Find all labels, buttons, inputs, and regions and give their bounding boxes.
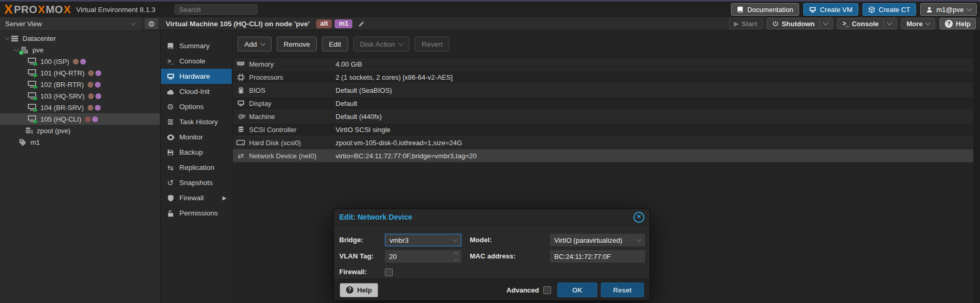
search-input[interactable] — [175, 4, 257, 15]
chevron-down-icon — [925, 20, 930, 26]
vlan-tag-label: VLAN Tag: — [339, 250, 373, 263]
bridge-label: Bridge: — [339, 234, 363, 246]
spinner-arrows[interactable] — [454, 253, 457, 261]
firewall-checkbox[interactable] — [385, 268, 393, 276]
resource-tree: Datacenter ✓ pve ▶ 100 (ISP) ▶ 101 (HQ-R… — [0, 31, 160, 303]
start-button[interactable]: ▶ Start — [729, 18, 762, 29]
tag-alt: alt — [316, 19, 332, 28]
vm-icon: ▶ — [27, 115, 37, 123]
menu-item-cloud-init[interactable]: Cloud-Init — [161, 84, 232, 99]
add-button[interactable]: Add — [238, 37, 272, 51]
tree-item-vm-102[interactable]: ▶ 102 (BR-RTR) — [0, 79, 160, 90]
tree-item-pve[interactable]: ✓ pve — [0, 44, 160, 56]
hardware-row-machine[interactable]: ⚙⚙ Machine Default (i440fx) — [233, 110, 973, 123]
vm-icon: ▶ — [27, 104, 37, 112]
chevron-down-icon[interactable] — [453, 237, 458, 242]
hardware-row-network-device[interactable]: ⇄ Network Device (net0) virtio=BC:24:11:… — [233, 149, 973, 163]
unlock-icon — [166, 210, 175, 217]
close-icon[interactable]: ✕ — [633, 212, 644, 223]
vm-menu: Summary >_ Console Hardware Cloud-Init ⚙… — [161, 31, 232, 303]
bridge-combobox[interactable]: vmbr3 — [385, 234, 461, 246]
product-version: Virtual Environment 8.1.3 — [76, 6, 155, 14]
menu-item-backup[interactable]: Backup — [161, 145, 232, 160]
tree-item-datacenter[interactable]: Datacenter — [0, 33, 160, 44]
cpu-icon — [236, 73, 245, 81]
vlan-tag-spinner[interactable]: 20 — [385, 250, 461, 263]
menu-item-options[interactable]: ⚙ Options — [161, 99, 232, 114]
menu-item-hardware[interactable]: Hardware — [161, 69, 232, 84]
expand-caret-icon[interactable] — [13, 49, 20, 51]
vm-icon: ▶ — [27, 69, 37, 77]
menu-item-monitor[interactable]: Monitor — [161, 129, 232, 145]
hardware-row-bios[interactable]: BIOS Default (SeaBIOS) — [233, 84, 973, 97]
dialog-header[interactable]: Edit: Network Device ✕ — [334, 209, 650, 225]
console-button[interactable]: >_ Console — [837, 18, 897, 29]
ok-button[interactable]: OK — [557, 283, 597, 297]
documentation-button[interactable]: Documentation — [731, 3, 799, 16]
dialog-help-button[interactable]: ? Help — [340, 283, 378, 297]
hardware-row-memory[interactable]: Memory 4.00 GiB — [233, 58, 973, 71]
menu-item-firewall[interactable]: Firewall ▶ — [161, 190, 232, 205]
online-check-icon: ✓ — [19, 50, 24, 55]
mac-address-field[interactable]: BC:24:11:72:77:0F — [550, 250, 645, 263]
tree-item-vm-103[interactable]: ▶ 103 (HQ-SRV) — [0, 90, 160, 102]
vm-icon: ▶ — [27, 58, 37, 66]
menu-item-permissions[interactable]: Permissions — [161, 205, 232, 221]
edit-tags-pencil-icon[interactable] — [358, 20, 365, 27]
tree-item-vm-105[interactable]: ▶ 105 (HQ-CLI) — [0, 113, 160, 125]
view-select[interactable]: Server View — [0, 17, 141, 30]
scrollbar-track[interactable] — [973, 31, 980, 303]
model-label: Model: — [470, 234, 492, 246]
running-play-icon: ▶ — [34, 95, 38, 101]
edit-button[interactable]: Edit — [322, 37, 348, 51]
remove-button[interactable]: Remove — [277, 37, 317, 51]
reset-button[interactable]: Reset — [601, 283, 644, 297]
revert-button[interactable]: Revert — [415, 37, 449, 51]
subbar: Server View ⚙ Virtual Machine 105 (HQ-CL… — [0, 17, 980, 30]
hardware-row-hard-disk[interactable]: Hard Disk (scsi0) zpool:vm-105-disk-0,io… — [233, 136, 973, 149]
tree-item-vm-101[interactable]: ▶ 101 (HQ-RTR) — [0, 67, 160, 79]
chevron-down-icon[interactable] — [637, 237, 642, 242]
dialog-body: Bridge: vmbr3 Model: VirtIO (paravirtual… — [334, 225, 650, 280]
database-icon — [236, 126, 245, 133]
menu-item-console[interactable]: >_ Console — [161, 53, 232, 69]
user-icon — [926, 6, 933, 13]
question-icon: ? — [945, 20, 953, 28]
tag-dots — [88, 105, 101, 111]
tree-item-vm-104[interactable]: ▶ 104 (BR-SRV) — [0, 102, 160, 113]
server-icon — [10, 35, 19, 42]
more-button[interactable]: More — [901, 18, 935, 29]
expand-caret-icon[interactable] — [3, 37, 10, 39]
play-icon: ▶ — [734, 20, 738, 27]
chevron-down-icon — [261, 41, 266, 46]
menu-item-snapshots[interactable]: ↺ Snapshots — [161, 175, 232, 190]
mac-address-label: MAC address: — [470, 250, 515, 263]
proxmox-logo: X PROXMOX — [4, 2, 71, 17]
model-combobox[interactable]: VirtIO (paravirtualized) — [550, 234, 645, 246]
list-icon — [166, 118, 175, 125]
disk-action-button[interactable]: Disk Action — [353, 37, 410, 51]
help-button[interactable]: ? Help — [940, 18, 976, 29]
tree-settings-button[interactable]: ⚙ — [145, 18, 158, 29]
advanced-checkbox[interactable] — [543, 286, 551, 294]
create-ct-button[interactable]: Create CT — [863, 3, 916, 16]
user-menu-button[interactable]: m1@pve — [920, 3, 977, 16]
shutdown-button[interactable]: Shutdown — [767, 18, 833, 29]
hardware-row-scsi-controller[interactable]: SCSI Controller VirtIO SCSI single — [233, 123, 973, 136]
chevron-down-icon[interactable] — [887, 20, 892, 26]
hardware-row-processors[interactable]: Processors 2 (1 sockets, 2 cores) [x86-6… — [233, 71, 973, 84]
hardware-row-display[interactable]: Display Default — [233, 97, 973, 110]
tree-item-tag-m1[interactable]: m1 — [0, 136, 160, 148]
vm-icon: ▶ — [27, 81, 37, 89]
tree-item-vm-100[interactable]: ▶ 100 (ISP) — [0, 56, 160, 67]
menu-item-task-history[interactable]: Task History — [161, 114, 232, 129]
dialog-footer: ? Help Advanced OK Reset — [334, 279, 650, 300]
chevron-down-icon[interactable] — [823, 20, 828, 26]
tree-item-storage-zpool[interactable]: zpool (pve) — [0, 125, 160, 136]
menu-item-replication[interactable]: ⇆ Replication — [161, 160, 232, 175]
gear-icon: ⚙ — [148, 20, 155, 28]
menu-item-summary[interactable]: Summary — [161, 38, 232, 53]
create-vm-button[interactable]: Create VM — [803, 3, 858, 16]
monitor-icon — [809, 6, 816, 13]
tag-dots — [73, 59, 86, 64]
